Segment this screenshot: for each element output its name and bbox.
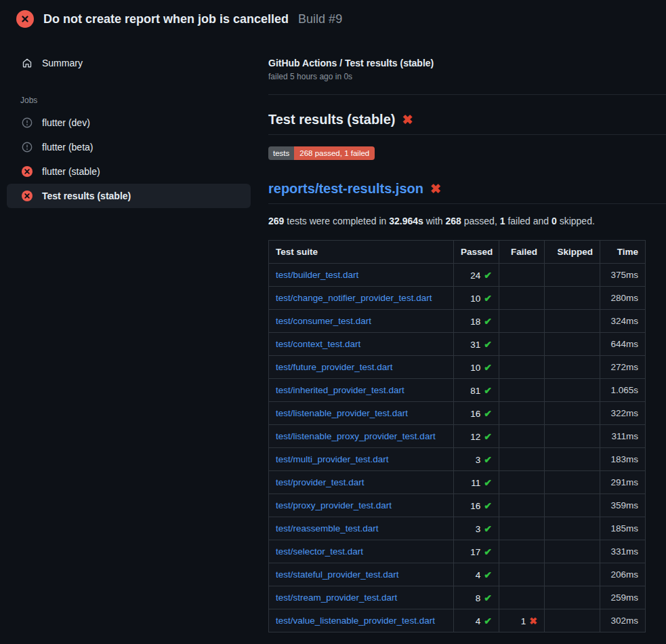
- table-row: test/future_provider_test.dart10✔272ms: [269, 356, 646, 379]
- skipped-cell: [545, 402, 600, 425]
- check-icon: ✔: [484, 500, 492, 511]
- suite-link[interactable]: test/listenable_proxy_provider_test.dart: [276, 431, 436, 441]
- failed-cell: [499, 333, 545, 356]
- summary-segment: passed,: [461, 216, 500, 226]
- passed-count: 10: [470, 294, 480, 304]
- table-row: test/change_notifier_provider_test.dart1…: [269, 287, 646, 310]
- suite-link[interactable]: test/stream_provider_test.dart: [276, 592, 397, 603]
- suite-link[interactable]: test/future_provider_test.dart: [276, 362, 393, 372]
- test-results-table: Test suitePassedFailedSkippedTime test/b…: [268, 240, 646, 632]
- sidebar-item-job[interactable]: Test results (stable): [7, 184, 251, 208]
- table-row: test/inherited_provider_test.dart81✔1.06…: [269, 379, 646, 402]
- time-cell: 272ms: [600, 356, 646, 379]
- table-row: test/multi_provider_test.dart3✔183ms: [269, 448, 646, 471]
- suite-link[interactable]: test/reassemble_test.dart: [276, 523, 379, 534]
- skipped-cell: [545, 517, 600, 540]
- summary-segment: 269: [268, 216, 284, 226]
- passed-count: 3: [476, 524, 481, 534]
- table-row: test/selector_test.dart17✔331ms: [269, 540, 646, 563]
- sidebar-item-label: flutter (beta): [42, 142, 93, 153]
- suite-cell: test/future_provider_test.dart: [269, 356, 454, 379]
- check-icon: ✔: [484, 477, 492, 488]
- column-header: Test suite: [269, 241, 454, 264]
- skipped-cell: [545, 425, 600, 448]
- sidebar-item-summary[interactable]: Summary: [7, 51, 251, 75]
- failed-cell: [499, 471, 545, 494]
- skipped-cell: [545, 586, 600, 609]
- time-cell: 1.065s: [600, 379, 646, 402]
- passed-count: 24: [470, 270, 480, 281]
- jobs-sidebar: Summary Jobs flutter (dev)flutter (beta)…: [0, 37, 257, 208]
- jobs-section-label: Jobs: [20, 96, 257, 105]
- suite-cell: test/context_test.dart: [269, 333, 454, 356]
- failed-cell: [499, 540, 545, 563]
- time-cell: 324ms: [600, 310, 646, 333]
- failed-cell: [499, 586, 545, 609]
- time-cell: 280ms: [600, 287, 646, 310]
- passed-cell: 17✔: [454, 540, 499, 563]
- failed-cell: [499, 494, 545, 517]
- passed-count: 4: [476, 570, 481, 580]
- suite-link[interactable]: test/multi_provider_test.dart: [276, 454, 389, 464]
- column-header: Time: [600, 241, 646, 264]
- table-row: test/reassemble_test.dart3✔185ms: [269, 517, 646, 540]
- suite-link[interactable]: test/proxy_provider_test.dart: [276, 500, 392, 510]
- passed-cell: 4✔: [454, 563, 499, 586]
- check-icon: ✔: [484, 592, 492, 603]
- suite-link[interactable]: test/context_test.dart: [276, 339, 360, 349]
- passed-cell: 10✔: [454, 356, 499, 379]
- check-icon: ✔: [484, 270, 492, 281]
- suite-cell: test/change_notifier_provider_test.dart: [269, 287, 454, 310]
- sidebar-item-job[interactable]: flutter (beta): [7, 135, 251, 159]
- skipped-cell: [545, 333, 600, 356]
- suite-link[interactable]: test/inherited_provider_test.dart: [276, 385, 404, 395]
- x-icon: ✖: [529, 616, 537, 626]
- jobs-list: flutter (dev)flutter (beta)flutter (stab…: [0, 110, 257, 208]
- passed-count: 18: [470, 317, 480, 327]
- column-header: Skipped: [545, 241, 600, 264]
- sidebar-item-label: flutter (dev): [42, 117, 90, 128]
- skipped-cell: [545, 310, 600, 333]
- suite-cell: test/builder_test.dart: [269, 264, 454, 287]
- build-number: Build #9: [298, 12, 342, 26]
- tests-summary-text: 269 tests were completed in 32.964s with…: [268, 216, 666, 226]
- skipped-cell: [545, 264, 600, 287]
- skipped-cell: [545, 609, 600, 632]
- suite-link[interactable]: test/selector_test.dart: [276, 546, 363, 557]
- time-cell: 644ms: [600, 333, 646, 356]
- check-icon: ✔: [484, 385, 492, 396]
- summary-segment: tests were completed in: [284, 216, 389, 226]
- suite-link[interactable]: test/provider_test.dart: [276, 477, 365, 487]
- sidebar-item-label: flutter (stable): [42, 166, 100, 177]
- suite-link[interactable]: test/change_notifier_provider_test.dart: [276, 293, 432, 303]
- suite-link[interactable]: test/value_listenable_provider_test.dart: [276, 616, 435, 626]
- sidebar-item-job[interactable]: flutter (dev): [7, 110, 251, 135]
- passed-count: 10: [470, 363, 480, 373]
- suite-link[interactable]: test/listenable_provider_test.dart: [276, 408, 408, 418]
- table-row: test/value_listenable_provider_test.dart…: [269, 609, 646, 632]
- sidebar-item-job[interactable]: flutter (stable): [7, 159, 251, 184]
- suite-link[interactable]: test/stateful_provider_test.dart: [276, 569, 399, 580]
- check-run-header: Do not create report when job is cancell…: [0, 0, 666, 37]
- home-icon: [22, 58, 33, 68]
- time-cell: 291ms: [600, 471, 646, 494]
- failed-cell: [499, 448, 545, 471]
- passed-count: 8: [476, 593, 481, 603]
- x-mark-icon: ✖: [430, 182, 441, 195]
- suite-link[interactable]: test/builder_test.dart: [276, 270, 358, 280]
- passed-count: 3: [476, 455, 481, 465]
- failed-cell: [499, 264, 545, 287]
- suite-link[interactable]: test/consumer_test.dart: [276, 316, 371, 326]
- x-mark-icon: ✖: [402, 113, 413, 126]
- page-title: Do not create report when job is cancell…: [43, 12, 289, 26]
- passed-count: 11: [471, 478, 480, 488]
- report-file-link[interactable]: reports/test-results.json: [268, 181, 423, 197]
- failed-cell: [499, 563, 545, 586]
- passed-cell: 16✔: [454, 402, 499, 425]
- suite-cell: test/stateful_provider_test.dart: [269, 563, 454, 586]
- passed-cell: 18✔: [454, 310, 499, 333]
- suite-cell: test/listenable_provider_test.dart: [269, 402, 454, 425]
- check-icon: ✔: [484, 339, 492, 350]
- passed-cell: 3✔: [454, 448, 499, 471]
- main-content: GitHub Actions / Test results (stable) f…: [257, 37, 666, 632]
